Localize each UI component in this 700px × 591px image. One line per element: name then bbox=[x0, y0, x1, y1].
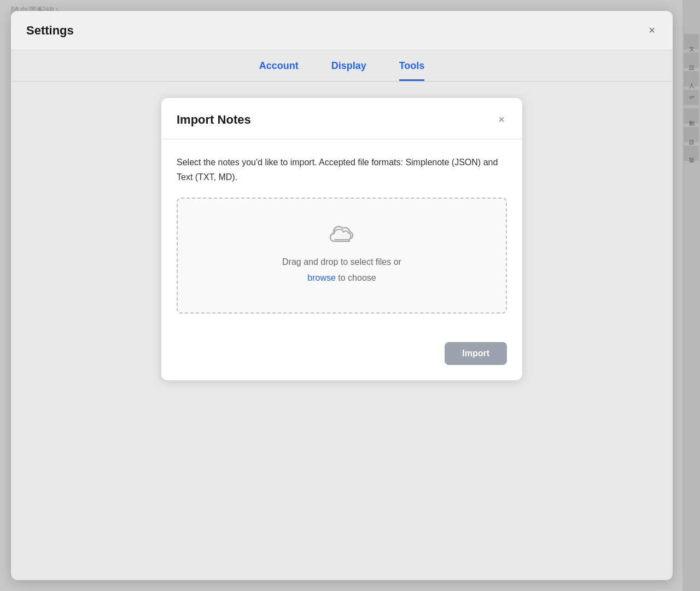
settings-body: Import Notes × Select the notes you'd li… bbox=[11, 82, 673, 580]
import-modal-close-button[interactable]: × bbox=[496, 111, 507, 128]
right-edge-item: 人 bbox=[684, 71, 699, 86]
settings-tabs: Account Display Tools bbox=[11, 50, 673, 82]
tab-display[interactable]: Display bbox=[331, 60, 366, 81]
tab-tools[interactable]: Tools bbox=[399, 60, 425, 81]
cloud-upload-icon bbox=[327, 225, 357, 246]
drop-zone-text: Drag and drop to select files or browse … bbox=[282, 254, 401, 286]
settings-close-button[interactable]: × bbox=[646, 22, 657, 39]
tab-account[interactable]: Account bbox=[259, 60, 299, 81]
right-edge-item: 設 bbox=[684, 53, 699, 68]
right-edge-decoration: 文 設 人 5 翻 設 版 bbox=[682, 0, 700, 591]
import-modal-title: Import Notes bbox=[177, 113, 251, 127]
right-edge-item: 版 bbox=[684, 146, 699, 161]
import-notes-modal: Import Notes × Select the notes you'd li… bbox=[161, 98, 522, 380]
import-button[interactable]: Import bbox=[445, 342, 507, 365]
file-drop-zone[interactable]: Drag and drop to select files or browse … bbox=[177, 198, 507, 314]
settings-panel: Settings × Account Display Tools Import … bbox=[11, 11, 673, 580]
right-edge-item: 文 bbox=[684, 34, 699, 49]
right-edge-item: 5 bbox=[684, 90, 699, 105]
import-modal-footer: Import bbox=[161, 342, 522, 380]
right-edge-item: 設 bbox=[684, 127, 699, 142]
browse-link[interactable]: browse bbox=[307, 273, 336, 282]
import-modal-header: Import Notes × bbox=[161, 98, 522, 140]
import-modal-body: Select the notes you'd like to import. A… bbox=[161, 140, 522, 342]
right-edge-item: 翻 bbox=[684, 108, 699, 124]
import-description: Select the notes you'd like to import. A… bbox=[177, 155, 507, 184]
settings-title: Settings bbox=[26, 24, 74, 38]
settings-header: Settings × bbox=[11, 11, 673, 50]
